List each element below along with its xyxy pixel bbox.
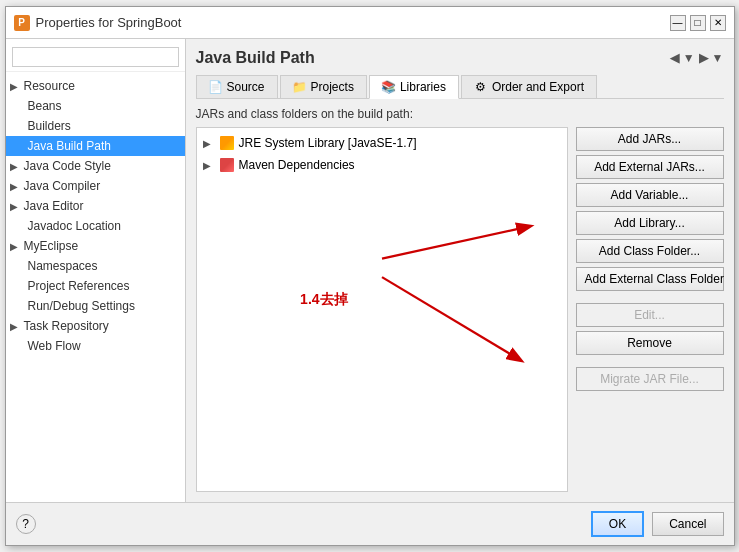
sidebar-search-area xyxy=(6,43,185,72)
tab-description: JARs and class folders on the build path… xyxy=(196,107,724,121)
sidebar-search-input[interactable] xyxy=(12,47,179,67)
content-left: ▶ JRE System Library [JavaSE-1.7] ▶ Ma xyxy=(196,127,568,492)
sidebar-item-resource[interactable]: ▶ Resource xyxy=(6,76,185,96)
sidebar-label-java-code-style: Java Code Style xyxy=(24,159,111,173)
footer-left: ? xyxy=(16,514,36,534)
expand-arrow-myeclipse: ▶ xyxy=(10,241,20,252)
window-title: Properties for SpringBoot xyxy=(36,15,664,30)
tree-area: ▶ JRE System Library [JavaSE-1.7] ▶ Ma xyxy=(196,127,568,492)
sidebar-label-namespaces: Namespaces xyxy=(28,259,98,273)
tree-item-maven[interactable]: ▶ Maven Dependencies xyxy=(201,154,563,176)
add-external-class-folder-button[interactable]: Add External Class Folder... xyxy=(576,267,724,291)
main-window: P Properties for SpringBoot — □ ✕ ▶ Reso… xyxy=(5,6,735,546)
tab-order-export-label: Order and Export xyxy=(492,80,584,94)
order-export-tab-icon: ⚙ xyxy=(474,80,488,94)
window-icon: P xyxy=(14,15,30,31)
page-title: Java Build Path xyxy=(196,49,315,67)
sidebar-item-myeclipse[interactable]: ▶ MyEclipse xyxy=(6,236,185,256)
window-controls: — □ ✕ xyxy=(670,15,726,31)
jre-icon xyxy=(219,135,235,151)
expand-arrow-editor: ▶ xyxy=(10,201,20,212)
ok-button[interactable]: OK xyxy=(591,511,644,537)
nav-arrows: ◀ ▼ ▶ ▼ xyxy=(670,51,724,65)
sidebar-item-java-code-style[interactable]: ▶ Java Code Style xyxy=(6,156,185,176)
sidebar-item-namespaces[interactable]: Namespaces xyxy=(6,256,185,276)
annotation-text: 1.4去掉 xyxy=(300,291,347,309)
footer-right: OK Cancel xyxy=(591,511,724,537)
arrow-svg xyxy=(197,128,567,491)
sidebar-item-builders[interactable]: Builders xyxy=(6,116,185,136)
sidebar-label-java-editor: Java Editor xyxy=(24,199,84,213)
add-library-button[interactable]: Add Library... xyxy=(576,211,724,235)
sidebar-label-beans: Beans xyxy=(28,99,62,113)
sidebar-label-builders: Builders xyxy=(28,119,71,133)
tabs-bar: 📄 Source 📁 Projects 📚 Libraries ⚙ Order … xyxy=(196,75,724,99)
sidebar-label-project-references: Project References xyxy=(28,279,130,293)
sidebar-label-task-repository: Task Repository xyxy=(24,319,109,333)
maven-label: Maven Dependencies xyxy=(239,158,355,172)
tab-projects-label: Projects xyxy=(311,80,354,94)
tab-projects[interactable]: 📁 Projects xyxy=(280,75,367,98)
sidebar-item-java-compiler[interactable]: ▶ Java Compiler xyxy=(6,176,185,196)
sidebar-item-beans[interactable]: Beans xyxy=(6,96,185,116)
nav-forward-icon[interactable]: ▶ xyxy=(699,51,708,65)
expand-arrow-task: ▶ xyxy=(10,321,20,332)
annotation-overlay: 1.4去掉 xyxy=(197,128,567,491)
sidebar-label-java-compiler: Java Compiler xyxy=(24,179,101,193)
source-tab-icon: 📄 xyxy=(209,80,223,94)
sidebar-item-java-editor[interactable]: ▶ Java Editor xyxy=(6,196,185,216)
tab-source[interactable]: 📄 Source xyxy=(196,75,278,98)
content-area: ▶ JRE System Library [JavaSE-1.7] ▶ Ma xyxy=(196,127,724,492)
libraries-tab-icon: 📚 xyxy=(382,80,396,94)
sidebar-item-java-build-path[interactable]: Java Build Path xyxy=(6,136,185,156)
maven-icon xyxy=(219,157,235,173)
migrate-jar-button[interactable]: Migrate JAR File... xyxy=(576,367,724,391)
expand-arrow-resource: ▶ xyxy=(10,81,20,92)
sidebar-label-javadoc: Javadoc Location xyxy=(28,219,121,233)
nav-back-icon[interactable]: ◀ xyxy=(670,51,679,65)
add-class-folder-button[interactable]: Add Class Folder... xyxy=(576,239,724,263)
close-button[interactable]: ✕ xyxy=(710,15,726,31)
window-body: ▶ Resource Beans Builders Java Build Pat… xyxy=(6,39,734,502)
main-header: Java Build Path ◀ ▼ ▶ ▼ xyxy=(196,49,724,67)
tab-libraries-label: Libraries xyxy=(400,80,446,94)
expand-arrow-compiler: ▶ xyxy=(10,181,20,192)
nav-dropdown-icon[interactable]: ▼ xyxy=(712,51,724,65)
tree-item-jre[interactable]: ▶ JRE System Library [JavaSE-1.7] xyxy=(201,132,563,154)
sidebar-item-web-flow[interactable]: Web Flow xyxy=(6,336,185,356)
edit-button[interactable]: Edit... xyxy=(576,303,724,327)
add-variable-button[interactable]: Add Variable... xyxy=(576,183,724,207)
main-content: Java Build Path ◀ ▼ ▶ ▼ 📄 Source 📁 Proje… xyxy=(186,39,734,502)
sidebar-item-javadoc[interactable]: Javadoc Location xyxy=(6,216,185,236)
expand-arrow-code-style: ▶ xyxy=(10,161,20,172)
jre-expand-arrow: ▶ xyxy=(203,138,215,149)
svg-line-3 xyxy=(382,277,521,360)
tab-source-label: Source xyxy=(227,80,265,94)
sidebar-item-project-references[interactable]: Project References xyxy=(6,276,185,296)
svg-line-2 xyxy=(382,226,530,258)
sidebar: ▶ Resource Beans Builders Java Build Pat… xyxy=(6,39,186,502)
sidebar-label-java-build-path: Java Build Path xyxy=(28,139,111,153)
tab-libraries[interactable]: 📚 Libraries xyxy=(369,75,459,99)
add-external-jars-button[interactable]: Add External JARs... xyxy=(576,155,724,179)
projects-tab-icon: 📁 xyxy=(293,80,307,94)
nav-separator: ▼ xyxy=(683,51,695,65)
sidebar-item-run-debug[interactable]: Run/Debug Settings xyxy=(6,296,185,316)
cancel-button[interactable]: Cancel xyxy=(652,512,723,536)
help-button[interactable]: ? xyxy=(16,514,36,534)
sidebar-item-task-repository[interactable]: ▶ Task Repository xyxy=(6,316,185,336)
sidebar-label-myeclipse: MyEclipse xyxy=(24,239,79,253)
sidebar-label-resource: Resource xyxy=(24,79,75,93)
remove-button[interactable]: Remove xyxy=(576,331,724,355)
jre-label: JRE System Library [JavaSE-1.7] xyxy=(239,136,417,150)
maven-expand-arrow: ▶ xyxy=(203,160,215,171)
title-bar: P Properties for SpringBoot — □ ✕ xyxy=(6,7,734,39)
tab-order-export[interactable]: ⚙ Order and Export xyxy=(461,75,597,98)
add-jars-button[interactable]: Add JARs... xyxy=(576,127,724,151)
footer: ? OK Cancel xyxy=(6,502,734,545)
buttons-panel: Add JARs... Add External JARs... Add Var… xyxy=(576,127,724,492)
sidebar-label-run-debug: Run/Debug Settings xyxy=(28,299,135,313)
minimize-button[interactable]: — xyxy=(670,15,686,31)
maximize-button[interactable]: □ xyxy=(690,15,706,31)
sidebar-label-web-flow: Web Flow xyxy=(28,339,81,353)
